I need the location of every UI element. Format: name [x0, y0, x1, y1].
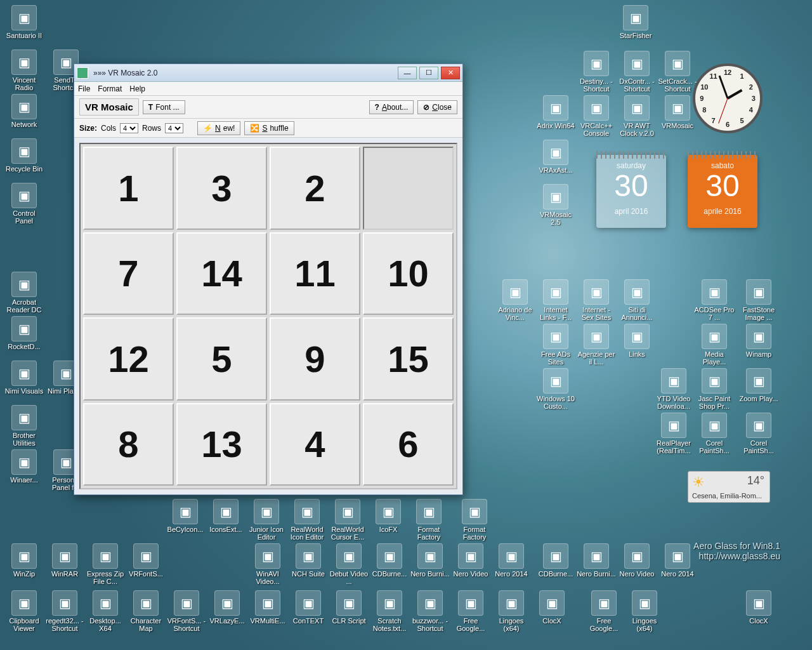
desktop-icon[interactable]: ▣RealWorld Icon Editor — [287, 499, 327, 541]
desktop-icon[interactable]: ▣Free ADs Sites — [535, 324, 576, 366]
desktop-icon[interactable]: ▣BeCyIcon... — [165, 499, 206, 533]
desktop-icon[interactable]: ▣Scratch Notes.txt... — [369, 590, 410, 632]
desktop-icon[interactable]: ▣Internet - Sex Sites — [576, 279, 617, 321]
titlebar[interactable]: »»» VR Mosaic 2.0 — ☐ ✕ — [74, 64, 462, 82]
desktop-icon[interactable]: ▣Nero Burni... — [410, 543, 450, 578]
desktop-icon[interactable]: ▣Media Playe... — [694, 324, 735, 366]
tile-13[interactable]: 13 — [176, 403, 267, 486]
desktop-icon[interactable]: ▣regedt32... - Shortcut — [44, 590, 85, 632]
desktop-icon[interactable]: ▣VRLazyE... — [207, 590, 247, 625]
desktop-icon[interactable]: ▣WinZip — [4, 543, 44, 578]
calendar-gadget-en[interactable]: saturday 30 april 2016 — [596, 155, 666, 228]
clock-gadget[interactable]: 12 1 2 3 4 5 6 7 8 9 10 11 — [693, 63, 763, 133]
desktop-icon[interactable]: ▣Clipboard Viewer — [4, 590, 44, 632]
desktop-icon[interactable]: ▣Adrix Win64 — [535, 95, 576, 129]
desktop-icon[interactable]: ▣Free Google... — [584, 590, 624, 632]
desktop-icon[interactable]: ▣Santuario II — [4, 5, 44, 39]
desktop-icon[interactable]: ▣Nero 2014 — [491, 543, 532, 578]
desktop-icon[interactable]: ▣Lingoes (x64) — [491, 590, 532, 632]
tile-6[interactable]: 6 — [363, 403, 454, 486]
close-button[interactable]: ⊘ Close — [417, 100, 457, 114]
desktop-icon[interactable]: ▣CLR Script — [329, 590, 369, 625]
desktop-icon[interactable]: ▣VRCalc++ Console — [576, 95, 617, 137]
desktop-icon[interactable]: ▣buzzwor... - Shortcut — [410, 590, 450, 632]
tile-11[interactable]: 11 — [270, 232, 360, 315]
rows-select[interactable]: 4 — [165, 123, 183, 133]
weather-gadget[interactable]: ☀ 14° Cesena, Emilia-Rom... — [688, 471, 770, 503]
cols-select[interactable]: 4 — [120, 123, 138, 133]
desktop-icon[interactable]: ▣Format Factory — [409, 499, 449, 541]
desktop-icon[interactable]: ▣IconsExt... — [206, 499, 246, 533]
menu-file[interactable]: File — [78, 84, 90, 93]
desktop-icon[interactable]: ▣Recycle Bin — [4, 138, 44, 173]
desktop-icon[interactable]: ▣VRMosaic — [657, 95, 698, 129]
desktop-icon[interactable]: ▣Debut Video ... — [329, 543, 369, 585]
desktop-icon[interactable]: ▣Free Google... — [450, 590, 491, 632]
desktop-icon[interactable]: ▣Corel PaintSh... — [694, 413, 735, 454]
desktop-icon[interactable]: ▣Corel PaintSh... — [738, 413, 779, 454]
tile-2[interactable]: 2 — [270, 147, 360, 230]
desktop-icon[interactable]: ▣Desktop... X64 — [85, 590, 126, 632]
desktop-icon[interactable]: ▣Zoom Play... — [738, 368, 779, 402]
desktop-icon[interactable]: ▣Agenzie per il L... — [576, 324, 617, 366]
desktop-icon[interactable]: ▣Acrobat Reader DC — [4, 272, 44, 314]
desktop-icon[interactable]: ▣YTD Video Downloa... — [653, 368, 694, 410]
desktop-icon[interactable]: ▣VRFontS... - Shortcut — [166, 590, 207, 632]
tile-4[interactable]: 4 — [270, 403, 360, 486]
desktop-icon[interactable]: ▣WinRAR — [44, 543, 85, 578]
desktop-icon[interactable]: ▣ClocX — [532, 590, 572, 625]
tile-14[interactable]: 14 — [176, 232, 267, 315]
desktop-icon[interactable]: ▣Nero Burni... — [576, 543, 617, 578]
desktop-icon[interactable]: ▣Jasc Paint Shop Pr... — [694, 368, 735, 410]
menu-help[interactable]: Help — [129, 84, 145, 93]
desktop-icon[interactable]: ▣Vincent Radio — [4, 50, 44, 91]
desktop-icon[interactable]: ▣WinAVI Video... — [247, 543, 288, 585]
desktop-icon[interactable]: ▣IcoFX — [368, 499, 409, 533]
desktop-icon[interactable]: ▣RocketD... — [4, 316, 44, 350]
tile-12[interactable]: 12 — [83, 317, 174, 401]
new-button[interactable]: ⚡ New! — [197, 121, 240, 135]
desktop-icon[interactable]: ▣Siti di Annunci... — [617, 279, 657, 321]
desktop-icon[interactable]: ▣Nero Video — [450, 543, 491, 578]
desktop-icon[interactable]: ▣VRMultiE... — [247, 590, 288, 625]
desktop-icon[interactable]: ▣VRFontS... — [126, 543, 166, 578]
desktop-icon[interactable]: ▣RealPlayer (RealTim... — [653, 413, 694, 454]
about-button[interactable]: ? About... — [369, 100, 414, 114]
tile-3[interactable]: 3 — [176, 147, 267, 230]
desktop-icon[interactable]: ▣SetCrack... - Shortcut — [657, 51, 698, 93]
desktop-icon[interactable]: ▣Internet Links - F... — [535, 279, 576, 321]
tile-7[interactable]: 7 — [83, 232, 174, 315]
desktop-icon[interactable]: ▣DxContr... - Shortcut — [617, 51, 657, 93]
calendar-gadget-it[interactable]: sabato 30 aprile 2016 — [688, 155, 757, 228]
desktop-icon[interactable]: ▣Winamp — [738, 324, 779, 358]
minimize-button[interactable]: — — [398, 67, 417, 79]
desktop-icon[interactable]: ▣Character Map — [126, 590, 166, 632]
desktop-icon[interactable]: ▣VR AWT Clock v.2.0 — [617, 95, 657, 137]
tile-8[interactable]: 8 — [83, 403, 174, 486]
desktop-icon[interactable]: ▣Links — [617, 324, 657, 358]
desktop-icon[interactable]: ▣VRAxAst... — [535, 140, 576, 174]
desktop-icon[interactable]: ▣Adriano de Vinc... — [495, 279, 535, 321]
desktop-icon[interactable]: ▣Lingoes (x64) — [624, 590, 665, 632]
desktop-icon[interactable]: ▣StarFisher — [615, 5, 656, 39]
menu-format[interactable]: Format — [98, 84, 122, 93]
shuffle-button[interactable]: 🔀 Shuffle — [244, 121, 294, 135]
desktop-icon[interactable]: ▣VRMosaic 2.5 — [535, 184, 576, 226]
desktop-icon[interactable]: ▣Nero Video — [617, 543, 657, 578]
desktop-icon[interactable]: ▣ACDSee Pro 7 ... — [694, 279, 735, 321]
desktop-icon[interactable]: ▣Junior Icon Editor — [246, 499, 287, 541]
tile-15[interactable]: 15 — [363, 317, 454, 401]
desktop-icon[interactable]: ▣Express Zip File C... — [85, 543, 126, 585]
desktop-icon[interactable]: ▣RealWorld Cursor E... — [327, 499, 368, 541]
tile-5[interactable]: 5 — [176, 317, 267, 401]
desktop-icon[interactable]: ▣NCH Suite — [288, 543, 329, 578]
desktop-icon[interactable]: ▣ConTEXT — [288, 590, 329, 625]
tile-9[interactable]: 9 — [270, 317, 360, 401]
desktop-icon[interactable]: ▣CDBurne... — [369, 543, 410, 578]
maximize-button[interactable]: ☐ — [419, 67, 438, 79]
desktop-icon[interactable]: ▣Network — [4, 94, 44, 128]
desktop-icon[interactable]: ▣Destiny... - Shortcut — [576, 51, 617, 93]
desktop-icon[interactable]: ▣Winaer... — [4, 449, 44, 484]
font-button[interactable]: T Font ... — [143, 100, 185, 114]
close-window-button[interactable]: ✕ — [441, 67, 460, 79]
